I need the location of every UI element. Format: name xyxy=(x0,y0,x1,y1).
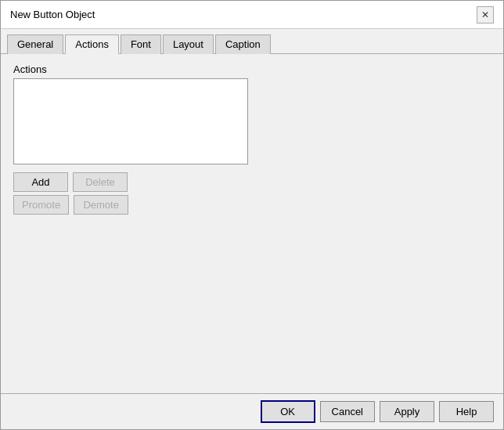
actions-listbox[interactable] xyxy=(13,78,248,164)
delete-button[interactable]: Delete xyxy=(73,172,128,192)
action-buttons-row1: Add Delete xyxy=(13,172,491,192)
actions-label: Actions xyxy=(13,63,491,75)
tab-content: Actions Add Delete Promote Demote xyxy=(1,54,503,393)
dialog-title: New Button Object xyxy=(10,9,95,20)
close-button[interactable]: ✕ xyxy=(477,6,494,23)
tab-caption[interactable]: Caption xyxy=(215,34,271,54)
title-bar: New Button Object ✕ xyxy=(1,1,503,29)
tab-font[interactable]: Font xyxy=(121,34,161,54)
demote-button[interactable]: Demote xyxy=(74,195,128,215)
ok-button[interactable]: OK xyxy=(261,400,315,423)
cancel-button[interactable]: Cancel xyxy=(320,401,375,422)
tab-general[interactable]: General xyxy=(7,34,63,54)
apply-button[interactable]: Apply xyxy=(380,401,434,422)
help-button[interactable]: Help xyxy=(439,401,494,422)
promote-button[interactable]: Promote xyxy=(13,195,69,215)
tab-bar: General Actions Font Layout Caption xyxy=(1,29,503,54)
action-buttons-row2: Promote Demote xyxy=(13,195,491,215)
tab-actions[interactable]: Actions xyxy=(65,34,119,54)
dialog-window: New Button Object ✕ General Actions Font… xyxy=(0,0,504,430)
add-button[interactable]: Add xyxy=(13,172,68,192)
bottom-bar: OK Cancel Apply Help xyxy=(1,393,503,429)
tab-layout[interactable]: Layout xyxy=(163,34,214,54)
